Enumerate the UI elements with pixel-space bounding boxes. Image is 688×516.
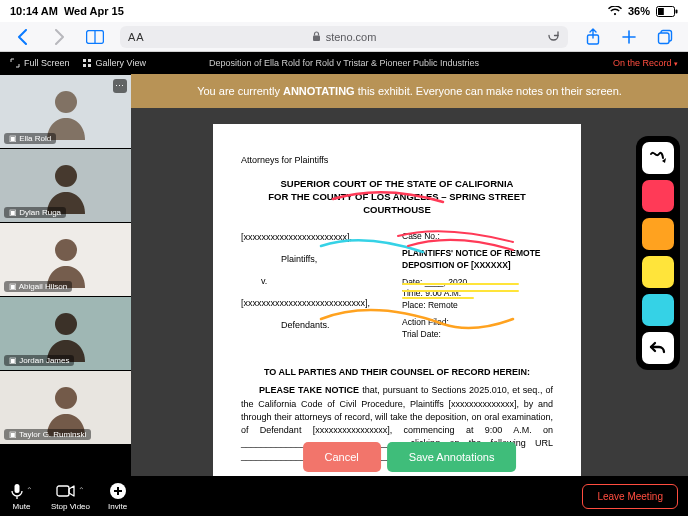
url-bar[interactable]: AA steno.com (120, 26, 568, 48)
status-date: Wed Apr 15 (64, 5, 124, 17)
svg-point-18 (55, 313, 77, 335)
annotation-toolbar (636, 136, 680, 370)
svg-point-17 (55, 239, 77, 261)
exhibit-area: You are currently ANNOTATING this exhibi… (131, 74, 688, 476)
gallery-view-toggle[interactable]: Gallery View (82, 58, 146, 68)
ipad-status-bar: 10:14 AM Wed Apr 15 36% (0, 0, 688, 22)
svg-point-15 (55, 91, 77, 113)
participant-name: ▣ Ella Rold (4, 133, 56, 144)
svg-rect-13 (83, 64, 86, 67)
share-button[interactable] (582, 26, 604, 48)
participant-tile[interactable]: ▣ Taylor G. Ruminski (0, 370, 131, 444)
svg-rect-1 (658, 8, 664, 15)
doc-notice-heading: TO ALL PARTIES AND THEIR COUNSEL OF RECO… (241, 366, 553, 378)
participant-name: ▣ Abigail Hilson (4, 281, 72, 292)
battery-pct: 36% (628, 5, 650, 17)
exhibit-document[interactable]: Attorneys for Plaintiffs SUPERIOR COURT … (213, 124, 581, 476)
participant-name: ▣ Taylor G. Ruminski (4, 429, 91, 440)
freehand-tool[interactable] (642, 142, 674, 174)
leave-meeting-button[interactable]: Leave Meeting (582, 484, 678, 509)
back-button[interactable] (12, 26, 34, 48)
doc-court-line1: SUPERIOR COURT OF THE STATE OF CALIFORNI… (241, 178, 553, 191)
svg-rect-20 (15, 484, 20, 493)
reader-aa-button[interactable]: AA (128, 31, 145, 43)
color-swatch-yellow[interactable] (642, 256, 674, 288)
participant-tile[interactable]: ▣ Abigail Hilson (0, 222, 131, 296)
svg-rect-14 (88, 64, 91, 67)
undo-button[interactable] (642, 332, 674, 364)
doc-court-line2: FOR THE COUNTY OF LOS ANGELES – SPRING S… (241, 191, 553, 217)
wifi-icon (608, 6, 622, 16)
app-viewport: Full Screen Gallery View Deposition of E… (0, 52, 688, 516)
svg-point-19 (55, 387, 77, 409)
forward-button[interactable] (48, 26, 70, 48)
color-swatch-cyan[interactable] (642, 294, 674, 326)
svg-rect-2 (676, 9, 678, 13)
record-status[interactable]: On the Record ▾ (613, 58, 678, 68)
participant-name: ▣ Jordan James (4, 355, 74, 366)
participant-tile[interactable]: ▣ Dylan Ruga (0, 148, 131, 222)
participant-tile[interactable]: ▣ Jordan James (0, 296, 131, 370)
participant-tile[interactable]: ▣ Ella Rold ⋯ (0, 74, 131, 148)
svg-rect-21 (57, 486, 69, 496)
participant-name: ▣ Dylan Ruga (4, 207, 66, 218)
doc-caption-right: Case No.: PLAINTIFFS' NOTICE OF REMOTEDE… (402, 231, 553, 341)
doc-attorneys: Attorneys for Plaintiffs (241, 154, 553, 166)
svg-rect-10 (659, 33, 670, 44)
tile-menu-icon[interactable]: ⋯ (113, 79, 127, 93)
app-top-bar: Full Screen Gallery View Deposition of E… (0, 52, 688, 74)
new-tab-button[interactable] (618, 26, 640, 48)
deposition-title: Deposition of Ella Rold for Rold v Trist… (209, 58, 479, 68)
url-host: steno.com (326, 31, 377, 43)
cancel-button[interactable]: Cancel (303, 442, 381, 472)
tabs-overview-button[interactable] (654, 26, 676, 48)
mute-button[interactable]: ⌃ Mute (10, 482, 33, 511)
stop-video-button[interactable]: ⌃ Stop Video (51, 482, 90, 511)
svg-rect-5 (313, 36, 320, 42)
safari-toolbar: AA steno.com (0, 22, 688, 52)
lock-icon (312, 31, 321, 42)
reload-button[interactable] (547, 29, 560, 44)
color-swatch-red[interactable] (642, 180, 674, 212)
save-annotations-button[interactable]: Save Annotations (387, 442, 517, 472)
invite-button[interactable]: Invite (108, 482, 127, 511)
svg-rect-11 (83, 59, 86, 62)
bookmarks-button[interactable] (84, 26, 106, 48)
annotation-actions: Cancel Save Annotations (303, 442, 517, 472)
participants-sidebar[interactable]: ▣ Ella Rold ⋯ ▣ Dylan Ruga ▣ Abigail Hil… (0, 74, 131, 476)
color-swatch-orange[interactable] (642, 218, 674, 250)
battery-icon (656, 6, 678, 17)
svg-point-16 (55, 165, 77, 187)
meeting-bottom-bar: ⌃ Mute ⌃ Stop Video Invite Leave Meeting (0, 476, 688, 516)
svg-rect-12 (88, 59, 91, 62)
doc-caption-left: [xxxxxxxxxxxxxxxxxxxxxxx], Plaintiffs, v… (241, 231, 392, 341)
fullscreen-toggle[interactable]: Full Screen (10, 58, 70, 68)
status-time: 10:14 AM (10, 5, 58, 17)
annotation-banner: You are currently ANNOTATING this exhibi… (131, 74, 688, 108)
